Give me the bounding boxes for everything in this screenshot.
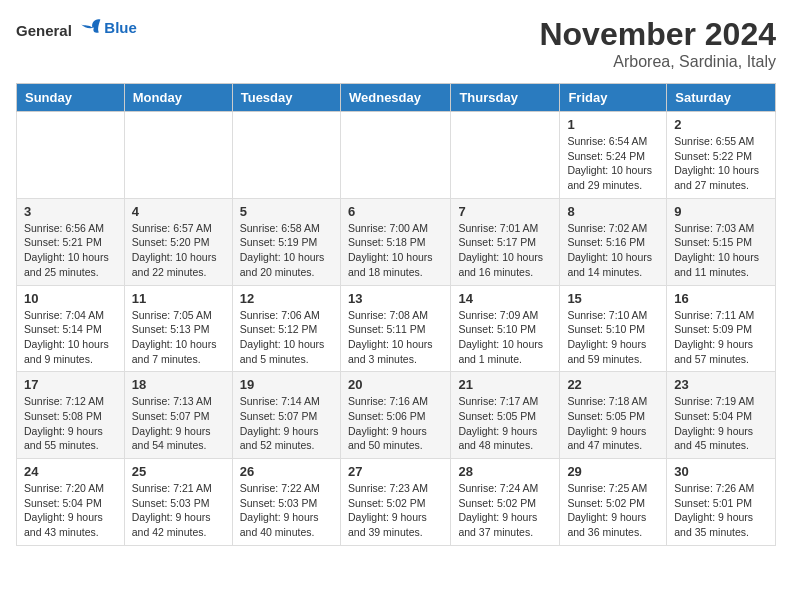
- day-number: 23: [674, 377, 768, 392]
- day-number: 12: [240, 291, 333, 306]
- calendar-cell: 26Sunrise: 7:22 AM Sunset: 5:03 PM Dayli…: [232, 459, 340, 546]
- calendar-cell: 28Sunrise: 7:24 AM Sunset: 5:02 PM Dayli…: [451, 459, 560, 546]
- calendar-cell: 16Sunrise: 7:11 AM Sunset: 5:09 PM Dayli…: [667, 285, 776, 372]
- day-number: 29: [567, 464, 659, 479]
- calendar-cell: 13Sunrise: 7:08 AM Sunset: 5:11 PM Dayli…: [340, 285, 450, 372]
- calendar-week-5: 24Sunrise: 7:20 AM Sunset: 5:04 PM Dayli…: [17, 459, 776, 546]
- day-number: 9: [674, 204, 768, 219]
- calendar-cell: 25Sunrise: 7:21 AM Sunset: 5:03 PM Dayli…: [124, 459, 232, 546]
- day-number: 7: [458, 204, 552, 219]
- calendar-week-2: 3Sunrise: 6:56 AM Sunset: 5:21 PM Daylig…: [17, 198, 776, 285]
- day-info: Sunrise: 7:16 AM Sunset: 5:06 PM Dayligh…: [348, 394, 443, 453]
- calendar-cell: 30Sunrise: 7:26 AM Sunset: 5:01 PM Dayli…: [667, 459, 776, 546]
- calendar-cell: 21Sunrise: 7:17 AM Sunset: 5:05 PM Dayli…: [451, 372, 560, 459]
- day-number: 4: [132, 204, 225, 219]
- day-info: Sunrise: 7:10 AM Sunset: 5:10 PM Dayligh…: [567, 308, 659, 367]
- column-header-monday: Monday: [124, 84, 232, 112]
- calendar-header-row: SundayMondayTuesdayWednesdayThursdayFrid…: [17, 84, 776, 112]
- day-info: Sunrise: 7:08 AM Sunset: 5:11 PM Dayligh…: [348, 308, 443, 367]
- calendar-cell: 23Sunrise: 7:19 AM Sunset: 5:04 PM Dayli…: [667, 372, 776, 459]
- day-info: Sunrise: 7:03 AM Sunset: 5:15 PM Dayligh…: [674, 221, 768, 280]
- calendar-cell: 12Sunrise: 7:06 AM Sunset: 5:12 PM Dayli…: [232, 285, 340, 372]
- day-number: 16: [674, 291, 768, 306]
- day-number: 13: [348, 291, 443, 306]
- calendar-cell: [340, 112, 450, 199]
- day-number: 8: [567, 204, 659, 219]
- day-info: Sunrise: 7:12 AM Sunset: 5:08 PM Dayligh…: [24, 394, 117, 453]
- day-number: 5: [240, 204, 333, 219]
- day-info: Sunrise: 7:11 AM Sunset: 5:09 PM Dayligh…: [674, 308, 768, 367]
- day-number: 15: [567, 291, 659, 306]
- day-info: Sunrise: 7:13 AM Sunset: 5:07 PM Dayligh…: [132, 394, 225, 453]
- title-area: November 2024 Arborea, Sardinia, Italy: [539, 16, 776, 71]
- day-info: Sunrise: 7:06 AM Sunset: 5:12 PM Dayligh…: [240, 308, 333, 367]
- page-header: General Blue November 2024 Arborea, Sard…: [16, 16, 776, 71]
- logo-general: General: [16, 22, 72, 39]
- calendar-week-1: 1Sunrise: 6:54 AM Sunset: 5:24 PM Daylig…: [17, 112, 776, 199]
- column-header-tuesday: Tuesday: [232, 84, 340, 112]
- day-info: Sunrise: 6:56 AM Sunset: 5:21 PM Dayligh…: [24, 221, 117, 280]
- day-number: 20: [348, 377, 443, 392]
- calendar-cell: 27Sunrise: 7:23 AM Sunset: 5:02 PM Dayli…: [340, 459, 450, 546]
- day-number: 30: [674, 464, 768, 479]
- calendar-cell: [17, 112, 125, 199]
- calendar-cell: 8Sunrise: 7:02 AM Sunset: 5:16 PM Daylig…: [560, 198, 667, 285]
- calendar-cell: 22Sunrise: 7:18 AM Sunset: 5:05 PM Dayli…: [560, 372, 667, 459]
- day-info: Sunrise: 7:09 AM Sunset: 5:10 PM Dayligh…: [458, 308, 552, 367]
- day-number: 19: [240, 377, 333, 392]
- day-info: Sunrise: 7:14 AM Sunset: 5:07 PM Dayligh…: [240, 394, 333, 453]
- day-info: Sunrise: 7:21 AM Sunset: 5:03 PM Dayligh…: [132, 481, 225, 540]
- location-subtitle: Arborea, Sardinia, Italy: [539, 53, 776, 71]
- calendar-week-3: 10Sunrise: 7:04 AM Sunset: 5:14 PM Dayli…: [17, 285, 776, 372]
- day-info: Sunrise: 7:23 AM Sunset: 5:02 PM Dayligh…: [348, 481, 443, 540]
- day-number: 17: [24, 377, 117, 392]
- calendar-cell: 5Sunrise: 6:58 AM Sunset: 5:19 PM Daylig…: [232, 198, 340, 285]
- calendar-cell: 2Sunrise: 6:55 AM Sunset: 5:22 PM Daylig…: [667, 112, 776, 199]
- calendar-cell: 15Sunrise: 7:10 AM Sunset: 5:10 PM Dayli…: [560, 285, 667, 372]
- day-info: Sunrise: 7:20 AM Sunset: 5:04 PM Dayligh…: [24, 481, 117, 540]
- day-number: 18: [132, 377, 225, 392]
- day-number: 6: [348, 204, 443, 219]
- day-number: 1: [567, 117, 659, 132]
- day-number: 2: [674, 117, 768, 132]
- day-info: Sunrise: 7:00 AM Sunset: 5:18 PM Dayligh…: [348, 221, 443, 280]
- logo-bird-icon: [78, 16, 102, 36]
- day-number: 25: [132, 464, 225, 479]
- calendar-cell: 20Sunrise: 7:16 AM Sunset: 5:06 PM Dayli…: [340, 372, 450, 459]
- calendar-cell: 6Sunrise: 7:00 AM Sunset: 5:18 PM Daylig…: [340, 198, 450, 285]
- day-info: Sunrise: 6:58 AM Sunset: 5:19 PM Dayligh…: [240, 221, 333, 280]
- calendar-cell: [451, 112, 560, 199]
- calendar-cell: 17Sunrise: 7:12 AM Sunset: 5:08 PM Dayli…: [17, 372, 125, 459]
- day-info: Sunrise: 7:05 AM Sunset: 5:13 PM Dayligh…: [132, 308, 225, 367]
- calendar-table: SundayMondayTuesdayWednesdayThursdayFrid…: [16, 83, 776, 546]
- column-header-friday: Friday: [560, 84, 667, 112]
- day-info: Sunrise: 7:02 AM Sunset: 5:16 PM Dayligh…: [567, 221, 659, 280]
- calendar-cell: 19Sunrise: 7:14 AM Sunset: 5:07 PM Dayli…: [232, 372, 340, 459]
- day-number: 22: [567, 377, 659, 392]
- day-number: 10: [24, 291, 117, 306]
- day-info: Sunrise: 7:18 AM Sunset: 5:05 PM Dayligh…: [567, 394, 659, 453]
- day-number: 28: [458, 464, 552, 479]
- day-info: Sunrise: 7:25 AM Sunset: 5:02 PM Dayligh…: [567, 481, 659, 540]
- column-header-sunday: Sunday: [17, 84, 125, 112]
- day-number: 27: [348, 464, 443, 479]
- day-info: Sunrise: 7:17 AM Sunset: 5:05 PM Dayligh…: [458, 394, 552, 453]
- calendar-cell: 18Sunrise: 7:13 AM Sunset: 5:07 PM Dayli…: [124, 372, 232, 459]
- calendar-cell: 4Sunrise: 6:57 AM Sunset: 5:20 PM Daylig…: [124, 198, 232, 285]
- day-info: Sunrise: 7:22 AM Sunset: 5:03 PM Dayligh…: [240, 481, 333, 540]
- day-info: Sunrise: 7:01 AM Sunset: 5:17 PM Dayligh…: [458, 221, 552, 280]
- day-number: 21: [458, 377, 552, 392]
- day-info: Sunrise: 7:26 AM Sunset: 5:01 PM Dayligh…: [674, 481, 768, 540]
- day-number: 3: [24, 204, 117, 219]
- logo: General Blue: [16, 16, 137, 40]
- column-header-wednesday: Wednesday: [340, 84, 450, 112]
- month-title: November 2024: [539, 16, 776, 53]
- day-info: Sunrise: 6:54 AM Sunset: 5:24 PM Dayligh…: [567, 134, 659, 193]
- calendar-cell: 10Sunrise: 7:04 AM Sunset: 5:14 PM Dayli…: [17, 285, 125, 372]
- day-info: Sunrise: 7:24 AM Sunset: 5:02 PM Dayligh…: [458, 481, 552, 540]
- calendar-cell: 14Sunrise: 7:09 AM Sunset: 5:10 PM Dayli…: [451, 285, 560, 372]
- day-info: Sunrise: 7:19 AM Sunset: 5:04 PM Dayligh…: [674, 394, 768, 453]
- day-number: 24: [24, 464, 117, 479]
- day-number: 11: [132, 291, 225, 306]
- day-info: Sunrise: 6:57 AM Sunset: 5:20 PM Dayligh…: [132, 221, 225, 280]
